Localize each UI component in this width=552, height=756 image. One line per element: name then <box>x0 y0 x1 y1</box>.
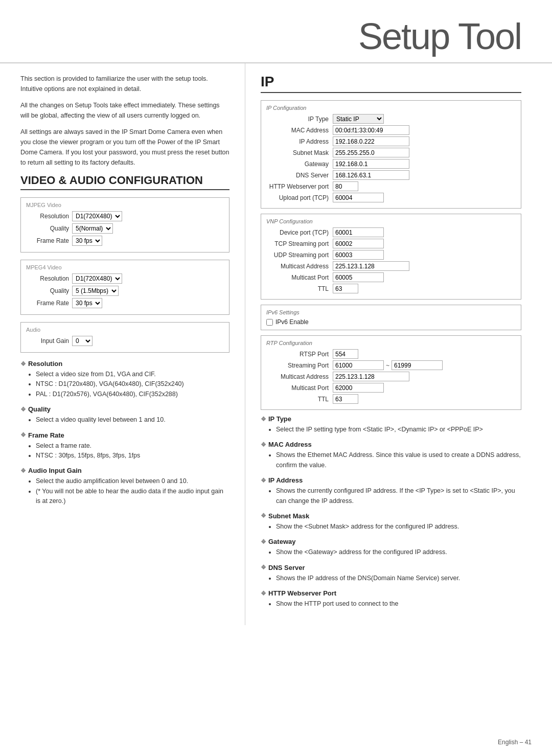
audio-input-section: ❖ Audio Input Gain Select the audio ampl… <box>20 467 229 506</box>
mac-addr-list: Shows the Ethemet MAC Address. Since thi… <box>261 450 521 470</box>
subnet-input[interactable] <box>333 148 409 157</box>
ttl-input[interactable] <box>333 284 358 293</box>
footer: English – 41 <box>498 739 532 746</box>
multicast-addr-input[interactable] <box>333 261 409 271</box>
multicast-port-input[interactable] <box>333 272 384 282</box>
upload-label: Upload port (TCP) <box>266 194 333 201</box>
mjpeg-quality-select[interactable]: 5(Normal) <box>72 223 113 234</box>
mpeg4-resolution-row: Resolution D1(720X480) <box>26 273 224 284</box>
tilde-separator: ~ <box>386 362 389 369</box>
rtp-multicast-label: Multicast Address <box>266 373 333 380</box>
ip-address-input[interactable] <box>333 136 409 146</box>
mjpeg-config-box: MJPEG Video Resolution D1(720X480) Quali… <box>20 197 229 253</box>
list-item: Select a video size from D1, VGA and CIF… <box>36 370 229 379</box>
udp-stream-label: UDP Streaming port <box>266 251 333 259</box>
quality-list: Select a video quality level between 1 a… <box>20 415 229 425</box>
right-column: IP IP Configuration IP Type Static IP Dy… <box>245 63 542 625</box>
gateway-label: Gateway <box>266 161 333 168</box>
mac-row: MAC Address <box>266 125 516 135</box>
list-item: Show the HTTP port used to connect to th… <box>276 599 521 609</box>
rtp-title: RTP Configuration <box>266 340 516 346</box>
mpeg4-framerate-select[interactable]: 30 fps <box>72 298 102 308</box>
tcp-stream-row: TCP Streaming port <box>266 239 516 248</box>
mac-addr-bullet: ❖ MAC Address Shows the Ethemet MAC Addr… <box>261 441 521 470</box>
http-row: HTTP Webserver port <box>266 181 516 191</box>
mpeg4-resolution-select[interactable]: D1(720X480) <box>72 273 122 284</box>
page-header: Setup Tool <box>0 0 552 63</box>
rtp-config-box: RTP Configuration RTSP Port Streaming Po… <box>261 335 521 410</box>
list-item: Show the <Gateway> address for the confi… <box>276 547 521 557</box>
mjpeg-framerate-row: Frame Rate 30 fps <box>26 236 224 246</box>
mjpeg-framerate-select[interactable]: 30 fps <box>72 236 102 246</box>
list-item: NTSC : D1(720x480), VGA(640x480), CIF(35… <box>36 379 229 389</box>
mjpeg-title: MJPEG Video <box>26 202 224 208</box>
ip-address-label: IP Address <box>266 138 333 145</box>
ip-addr-bullet: ❖ IP Address Shows the currently configu… <box>261 476 521 506</box>
subnet-bullet: ❖ Subnet Mask Show the <Subnet Mask> add… <box>261 512 521 532</box>
dns-heading: ❖ DNS Server <box>261 564 521 571</box>
streaming-row: Streaming Port ~ <box>266 360 516 370</box>
intro-para2: All the changes on Setup Tools take effe… <box>20 100 229 121</box>
ip-type-bullet: ❖ IP Type Select the IP setting type fro… <box>261 415 521 434</box>
ip-type-row: IP Type Static IP Dynamic IP PPPoE IP <box>266 114 516 124</box>
gateway-input[interactable] <box>333 159 409 169</box>
gateway-heading: ❖ Gateway <box>261 538 521 545</box>
ipv6-config-box: IPv6 Settings IPv6 Enable <box>261 305 521 330</box>
gateway-bullet: ❖ Gateway Show the <Gateway> address for… <box>261 538 521 557</box>
intro-para1: This section is provided to familiarize … <box>20 74 229 94</box>
mac-addr-heading: ❖ MAC Address <box>261 441 521 448</box>
diamond-icon: ❖ <box>261 538 266 545</box>
ipv6-enable-checkbox[interactable] <box>266 319 273 326</box>
rtp-multicast-row: Multicast Address <box>266 372 516 381</box>
diamond-icon: ❖ <box>261 512 266 519</box>
list-item: Select a frame rate. <box>36 441 229 451</box>
main-content: This section is provided to familiarize … <box>0 63 552 625</box>
rtp-mport-label: Multicast Port <box>266 384 333 392</box>
ipv6-title: IPv6 Settings <box>266 309 516 315</box>
http-port-heading: ❖ HTTP Webserver Port <box>261 589 521 597</box>
dns-label: DNS Server <box>266 172 333 179</box>
udp-stream-input[interactable] <box>333 250 384 260</box>
rtp-multicast-input[interactable] <box>333 372 409 381</box>
mpeg4-quality-select[interactable]: 5 (1.5Mbps) <box>72 286 119 296</box>
streaming-to-input[interactable] <box>392 360 443 370</box>
streaming-from-input[interactable] <box>333 360 384 370</box>
rtp-ttl-label: TTL <box>266 396 333 403</box>
device-port-input[interactable] <box>333 227 384 237</box>
diamond-icon: ❖ <box>20 406 26 413</box>
rtsp-input[interactable] <box>333 349 358 359</box>
rtp-mport-input[interactable] <box>333 383 384 393</box>
list-item: Shows the IP address of the DNS(Domain N… <box>276 574 521 583</box>
resolution-list: Select a video size from D1, VGA and CIF… <box>20 370 229 399</box>
frame-rate-heading: ❖ Frame Rate <box>20 431 229 439</box>
multicast-addr-row: Multicast Address <box>266 261 516 271</box>
ip-type-select[interactable]: Static IP Dynamic IP PPPoE IP <box>333 114 384 124</box>
http-label: HTTP Webserver port <box>266 183 333 190</box>
gateway-list: Show the <Gateway> address for the confi… <box>261 547 521 557</box>
subnet-row: Subnet Mask <box>266 148 516 157</box>
upload-input[interactable] <box>333 193 384 202</box>
rtp-ttl-row: TTL <box>266 394 516 404</box>
mjpeg-quality-label: Quality <box>26 225 72 232</box>
rtp-ttl-input[interactable] <box>333 394 358 404</box>
audio-input-select[interactable]: 0 <box>72 336 93 346</box>
mjpeg-resolution-label: Resolution <box>26 213 72 220</box>
ip-config-title: IP Configuration <box>266 105 516 111</box>
tcp-stream-input[interactable] <box>333 239 384 248</box>
mjpeg-resolution-select[interactable]: D1(720X480) <box>72 211 122 221</box>
ipv6-enable-row: IPv6 Enable <box>266 318 516 326</box>
multicast-port-label: Multicast Port <box>266 274 333 281</box>
mpeg4-resolution-label: Resolution <box>26 275 72 282</box>
ip-config-box: IP Configuration IP Type Static IP Dynam… <box>261 100 521 209</box>
resolution-section: ❖ Resolution Select a video size from D1… <box>20 360 229 399</box>
list-item: Shows the Ethemet MAC Address. Since thi… <box>276 450 521 470</box>
http-input[interactable] <box>333 181 358 191</box>
list-item: PAL : D1(720x576), VGA(640x480), CIF(352… <box>36 390 229 399</box>
tcp-stream-label: TCP Streaming port <box>266 240 333 247</box>
mac-input[interactable] <box>333 125 409 135</box>
dns-input[interactable] <box>333 170 409 180</box>
audio-input-row: Input Gain 0 <box>26 336 224 346</box>
rtsp-label: RTSP Port <box>266 351 333 358</box>
mpeg4-quality-label: Quality <box>26 287 72 294</box>
device-port-row: Device port (TCP) <box>266 227 516 237</box>
